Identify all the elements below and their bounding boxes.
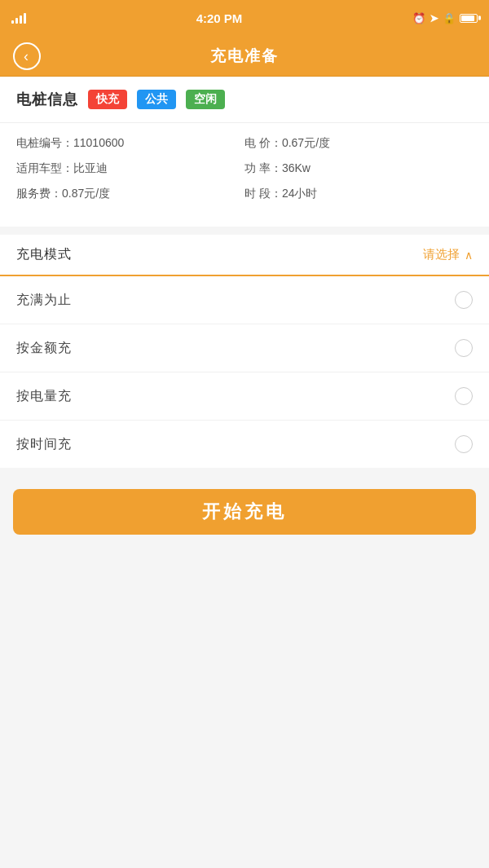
station-info-rows: 电桩编号：11010600 电 价：0.67元/度 适用车型：比亚迪 功 率：3… bbox=[16, 123, 473, 202]
tag-public: 公共 bbox=[137, 90, 176, 109]
alarm-icon: ⏰ bbox=[412, 12, 425, 24]
mode-option-time[interactable]: 按时间充 bbox=[0, 421, 489, 468]
mode-title: 充电模式 bbox=[16, 246, 72, 263]
mode-option-kwh[interactable]: 按电量充 bbox=[0, 372, 489, 421]
time-slot: 时 段：24小时 bbox=[244, 185, 473, 202]
station-number: 电桩编号：11010600 bbox=[16, 134, 244, 152]
service-fee-row: 服务费：0.87元/度 时 段：24小时 bbox=[16, 185, 473, 202]
radio-kwh[interactable] bbox=[455, 387, 473, 405]
power: 功 率：36Kw bbox=[244, 160, 473, 177]
mode-option-full-label: 充满为止 bbox=[16, 292, 72, 309]
chevron-up-icon: ∧ bbox=[465, 249, 473, 262]
mode-options-list: 充满为止 按金额充 按电量充 按时间充 bbox=[0, 276, 489, 468]
charging-mode-section: 充电模式 请选择 ∧ 充满为止 按金额充 按电量充 按时间充 bbox=[0, 235, 489, 468]
service-fee: 服务费：0.87元/度 bbox=[16, 185, 244, 202]
page-title: 充电准备 bbox=[210, 46, 279, 67]
back-button[interactable]: ‹ bbox=[13, 42, 41, 70]
section-separator bbox=[0, 227, 489, 235]
tag-fast: 快充 bbox=[88, 90, 127, 109]
station-number-row: 电桩编号：11010600 电 价：0.67元/度 bbox=[16, 134, 473, 152]
station-info-title: 电桩信息 bbox=[16, 90, 78, 109]
mode-option-full[interactable]: 充满为止 bbox=[0, 276, 489, 324]
mode-select-area[interactable]: 请选择 ∧ bbox=[423, 247, 473, 262]
section-separator-2 bbox=[0, 468, 489, 476]
tag-free: 空闲 bbox=[186, 90, 225, 109]
status-bar: 4:20 PM ⏰ ➤ 🔒 bbox=[0, 0, 489, 36]
bottom-padding bbox=[0, 548, 489, 613]
mode-placeholder: 请选择 bbox=[423, 247, 460, 262]
status-time: 4:20 PM bbox=[196, 11, 243, 25]
battery-icon bbox=[460, 14, 478, 23]
car-type-row: 适用车型：比亚迪 功 率：36Kw bbox=[16, 160, 473, 177]
station-info-card: 电桩信息 快充 公共 空闲 电桩编号：11010600 电 价：0.67元/度 … bbox=[0, 77, 489, 227]
start-charging-button[interactable]: 开始充电 bbox=[13, 489, 476, 535]
mode-header[interactable]: 充电模式 请选择 ∧ bbox=[0, 235, 489, 276]
nav-bar: ‹ 充电准备 bbox=[0, 36, 489, 77]
status-right: ⏰ ➤ 🔒 bbox=[412, 12, 478, 24]
location-icon: ➤ bbox=[430, 12, 438, 24]
radio-amount[interactable] bbox=[455, 339, 473, 357]
electric-price: 电 价：0.67元/度 bbox=[244, 134, 473, 152]
status-left bbox=[11, 12, 26, 24]
radio-full[interactable] bbox=[455, 291, 473, 309]
mode-option-kwh-label: 按电量充 bbox=[16, 388, 72, 405]
back-icon: ‹ bbox=[24, 49, 29, 64]
car-type: 适用车型：比亚迪 bbox=[16, 160, 244, 177]
signal-icon bbox=[11, 12, 26, 24]
mode-option-amount[interactable]: 按金额充 bbox=[0, 324, 489, 372]
start-section: 开始充电 bbox=[0, 476, 489, 548]
station-info-header: 电桩信息 快充 公共 空闲 bbox=[16, 90, 473, 109]
mode-option-time-label: 按时间充 bbox=[16, 436, 72, 453]
radio-time[interactable] bbox=[455, 435, 473, 453]
mode-option-amount-label: 按金额充 bbox=[16, 340, 72, 357]
lock-icon: 🔒 bbox=[443, 12, 456, 24]
content: 电桩信息 快充 公共 空闲 电桩编号：11010600 电 价：0.67元/度 … bbox=[0, 77, 489, 613]
